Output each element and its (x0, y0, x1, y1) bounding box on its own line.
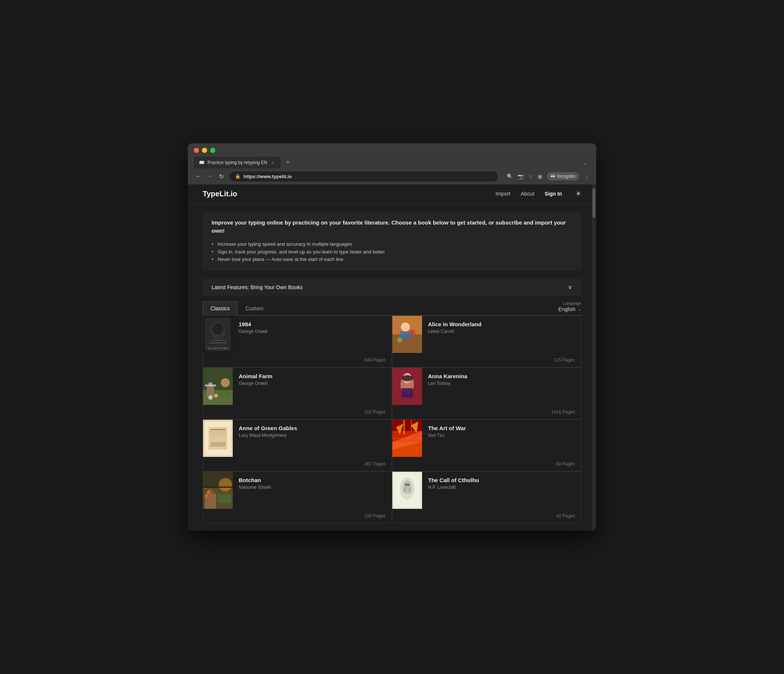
book-title-alice: Alice in Wonderland (428, 321, 575, 327)
hero-title: Improve your typing online by practicing… (212, 219, 572, 235)
hero-bullet-1: Increase your typing speed and accuracy … (212, 241, 572, 248)
import-link[interactable]: Import (496, 191, 510, 197)
book-cover-anne (203, 420, 233, 458)
book-card-alice[interactable]: Alice in Wonderland Lewis Carroll 115 Pa… (392, 316, 581, 367)
book-info-cthulhu: The Call of Cthulhu H.P. Lovecraft (422, 472, 581, 510)
book-author-botchan: Natsume Sōseki (239, 485, 386, 490)
features-chevron-icon: ∨ (568, 284, 572, 290)
svg-rect-53 (218, 494, 231, 503)
svg-point-54 (207, 490, 210, 494)
tab-close-button[interactable]: × (270, 160, 275, 166)
url-domain: www.typelit.io (260, 174, 292, 179)
book-cover-cthulhu (392, 472, 422, 510)
camera-off-icon[interactable]: 📷 (518, 173, 524, 179)
svg-rect-5 (208, 343, 227, 343)
hero-bullets: Increase your typing speed and accuracy … (212, 241, 572, 264)
language-dropdown[interactable]: English ⌄ (558, 306, 581, 312)
book-pages-cthulhu: 40 Pages (392, 510, 581, 523)
book-title-1984: 1984 (239, 321, 386, 327)
svg-point-3 (213, 323, 223, 335)
book-pages-botchan: 155 Pages (203, 510, 392, 523)
features-label: Latest Features: (212, 284, 250, 290)
book-card-cthulhu[interactable]: The Call of Cthulhu H.P. Lovecraft 40 Pa… (392, 472, 581, 523)
book-card-inner: Alice in Wonderland Lewis Carroll (392, 316, 581, 354)
search-icon[interactable]: 🔍 (507, 173, 513, 179)
site-logo: TypeLit.io (203, 189, 496, 198)
book-card-inner: The Call of Cthulhu H.P. Lovecraft (392, 472, 581, 510)
active-tab[interactable]: 📖 Practice typing by retyping EN × (194, 157, 281, 169)
book-author-anna-karenina: Leo Tolstoy (428, 381, 575, 386)
back-button[interactable]: ← (194, 171, 203, 181)
scrollbar[interactable] (592, 185, 596, 531)
book-title-anne: Anne of Green Gables (239, 425, 386, 431)
book-card-botchan[interactable]: Botchan Natsume Sōseki 155 Pages (203, 472, 392, 523)
site-header: TypeLit.io Import About Sign In ☀ (188, 185, 596, 204)
theme-toggle-button[interactable]: ☀ (576, 189, 581, 198)
svg-point-23 (214, 394, 218, 398)
features-text: Bring Your Own Books (250, 284, 303, 290)
book-cover-animal-farm (203, 368, 233, 406)
book-info-botchan: Botchan Natsume Sōseki (233, 472, 392, 510)
book-author-alice: Lewis Carroll (428, 329, 575, 334)
svg-rect-34 (210, 432, 226, 432)
tab-menu-button[interactable]: ⌄ (580, 158, 590, 167)
about-link[interactable]: About (521, 191, 535, 197)
scrollbar-thumb[interactable] (593, 188, 596, 218)
url-bar[interactable]: 🔒 https://www.typelit.io (230, 171, 498, 182)
svg-rect-4 (210, 340, 226, 341)
book-cover-alice (392, 316, 422, 354)
book-info-art-of-war: The Art of War Sun Tzu (422, 420, 581, 458)
more-options-button[interactable]: ⋮ (583, 172, 590, 180)
book-card-anne[interactable]: Anne of Green Gables Lucy Maud Montgomer… (203, 420, 392, 471)
svg-point-55 (206, 495, 208, 497)
book-card-animal-farm[interactable]: Animal Farm George Orwell 102 Pages (203, 368, 392, 419)
book-card-1984[interactable]: BIG BROTHER 1984 George Orwell 346 Pages (203, 316, 392, 367)
book-card-inner: Anna Karenina Leo Tolstoy (392, 368, 581, 406)
book-info-animal-farm: Animal Farm George Orwell (233, 368, 392, 406)
book-pages-art-of-war: 60 Pages (392, 458, 581, 471)
new-tab-button[interactable]: + (283, 157, 293, 168)
site-nav: Import About Sign In ☀ (496, 189, 581, 198)
book-author-art-of-war: Sun Tzu (428, 433, 575, 438)
maximize-traffic-light[interactable] (210, 148, 215, 153)
svg-rect-19 (208, 383, 212, 387)
svg-rect-37 (210, 442, 226, 446)
signin-link[interactable]: Sign In (544, 191, 562, 197)
book-title-art-of-war: The Art of War (428, 425, 575, 431)
features-banner[interactable]: Latest Features: Bring Your Own Books ∨ (203, 278, 581, 296)
book-pages-animal-farm: 102 Pages (203, 406, 392, 419)
minimize-traffic-light[interactable] (202, 148, 207, 153)
book-card-inner: Animal Farm George Orwell (203, 368, 392, 406)
book-cover-anna-karenina (392, 368, 422, 406)
language-selector: Language English ⌄ (558, 301, 581, 315)
tab-favicon-icon: 📖 (199, 160, 205, 165)
hero-section: Improve your typing online by practicing… (203, 211, 581, 271)
book-card-inner: Anne of Green Gables Lucy Maud Montgomer… (203, 420, 392, 458)
tablet-icon[interactable]: ▣ (538, 173, 542, 179)
book-card-art-of-war[interactable]: The Art of War Sun Tzu 60 Pages (392, 420, 581, 471)
star-icon[interactable]: ☆ (528, 173, 533, 179)
svg-rect-52 (203, 486, 233, 488)
book-info-1984: 1984 George Orwell (233, 316, 392, 354)
browser-window: 📖 Practice typing by retyping EN × + ⌄ ←… (188, 143, 596, 531)
svg-text:BIG BROTHER: BIG BROTHER (207, 347, 228, 350)
tab-classics[interactable]: Classics (203, 301, 238, 315)
browser-chrome: 📖 Practice typing by retyping EN × + ⌄ (188, 143, 596, 169)
refresh-button[interactable]: ↻ (218, 171, 226, 182)
book-title-cthulhu: The Call of Cthulhu (428, 477, 575, 483)
book-author-anne: Lucy Maud Montgomery (239, 433, 386, 438)
svg-point-64 (405, 484, 407, 486)
book-card-anna-karenina[interactable]: Anna Karenina Leo Tolstoy 1416 Pages (392, 368, 581, 419)
book-title-animal-farm: Animal Farm (239, 373, 386, 379)
hero-bullet-2: Sign in, track your progress, and level … (212, 248, 572, 256)
book-cover-1984: BIG BROTHER (203, 316, 233, 354)
book-pages-anna-karenina: 1416 Pages (392, 406, 581, 419)
close-traffic-light[interactable] (194, 148, 199, 153)
forward-button[interactable]: → (206, 171, 215, 181)
tab-custom[interactable]: Custom (238, 301, 271, 315)
svg-point-20 (221, 378, 230, 387)
svg-rect-11 (400, 331, 411, 339)
svg-point-10 (401, 323, 410, 331)
book-author-cthulhu: H.P. Lovecraft (428, 485, 575, 490)
book-pages-1984: 346 Pages (203, 354, 392, 367)
